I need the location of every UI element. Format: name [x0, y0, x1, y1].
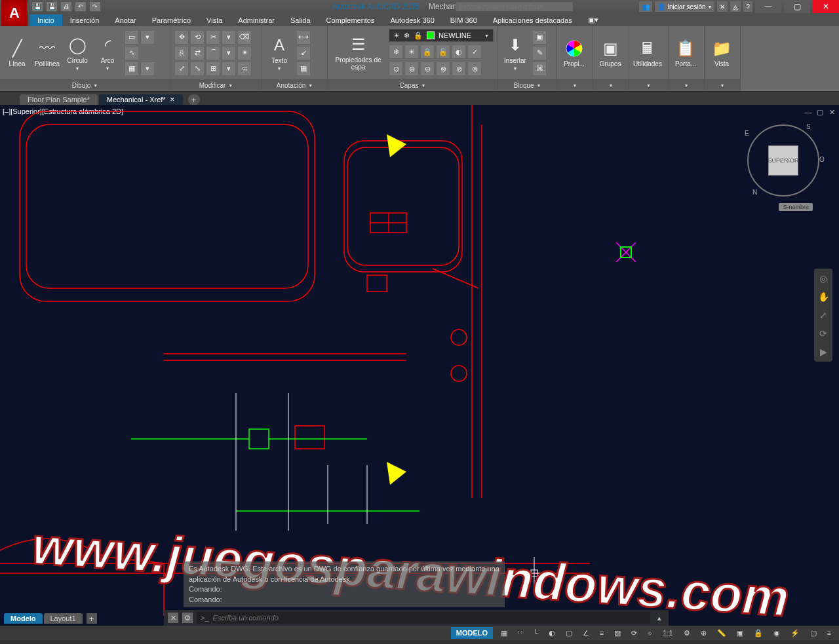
scale-icon[interactable]: ⤡ [190, 62, 205, 76]
zoom-extents-icon[interactable]: ⤢ [816, 308, 830, 322]
panel-clipboard-title[interactable]: ▼ [669, 79, 704, 91]
restore-viewport-icon[interactable]: ▢ [815, 107, 825, 117]
panel-layers-title[interactable]: Capas ▼ [328, 79, 498, 91]
layer-tool-icon[interactable]: ⊖ [420, 62, 435, 76]
isolate-icon[interactable]: ◉ [771, 627, 783, 639]
snap-icon[interactable]: ∷ [515, 627, 525, 639]
panel-utilities-title[interactable]: ▼ [629, 79, 668, 91]
edit-block-icon[interactable]: ✎ [532, 46, 547, 60]
layer-properties-button[interactable]: ☰ Propiedades de capa [332, 34, 385, 71]
text-button[interactable]: A Texto ▼ [266, 35, 292, 71]
arc-button[interactable]: ◜ Arco ▼ [94, 35, 121, 71]
polar-icon[interactable]: ◐ [546, 627, 558, 639]
saveas-icon[interactable]: 💾 [46, 1, 58, 12]
hardware-accel-icon[interactable]: ⚡ [788, 627, 802, 639]
exchange-icon[interactable]: ✕ [717, 1, 728, 12]
leader-icon[interactable]: ↙ [296, 46, 311, 60]
cycle-icon[interactable]: ⟳ [629, 627, 640, 639]
layer-tool-icon[interactable]: ⊕ [404, 62, 419, 76]
tab-bim360[interactable]: BIM 360 [442, 14, 485, 26]
doc-tab[interactable]: Floor Plan Sample* [20, 94, 98, 105]
command-close-icon[interactable]: ✕ [168, 613, 178, 623]
layout-tab-modelo[interactable]: Modelo [4, 613, 43, 624]
dropdown-icon[interactable]: ▾ [222, 30, 236, 45]
layer-combo[interactable]: ☀ ❄ 🔒 NEWLINE ▼ [389, 29, 494, 42]
grid-icon[interactable]: ▦ [498, 627, 510, 639]
annotation-scale-icon[interactable]: ⟐ [645, 627, 655, 639]
layer-tool-icon[interactable]: ◐ [452, 45, 466, 59]
insert-button[interactable]: ⬇ Insertar ▼ [502, 35, 528, 71]
drawing-canvas[interactable]: [–][Superior][Estructura alámbrica 2D] —… [0, 105, 839, 626]
panel-block-title[interactable]: Bloque ▼ [498, 79, 556, 91]
rectangle-icon[interactable]: ▭ [125, 30, 139, 45]
panel-draw-title[interactable]: Dibujo ▼ [0, 79, 170, 91]
application-menu-button[interactable]: A [1, 0, 28, 26]
command-input[interactable] [213, 614, 646, 622]
new-tab-button[interactable]: + [188, 94, 200, 105]
viewcube-dir-s[interactable]: S [806, 123, 811, 130]
tab-insercion[interactable]: Inserción [62, 14, 107, 26]
fillet-icon[interactable]: ⌒ [206, 46, 220, 60]
osnap-icon[interactable]: ▢ [563, 627, 575, 639]
minimize-button[interactable]: — [755, 0, 781, 13]
circle-button[interactable]: ◯ Círculo ▼ [64, 35, 90, 71]
layer-tool-icon[interactable]: ❄ [389, 45, 403, 59]
ortho-icon[interactable]: └ [530, 627, 541, 639]
properties-button[interactable]: Propi... [561, 38, 587, 67]
line-button[interactable]: ╱ Línea [4, 38, 30, 67]
infocenter-collab-icon[interactable]: 👥 [639, 1, 652, 12]
workspace-icon[interactable]: ⚙ [681, 627, 693, 639]
help-icon[interactable]: ? [743, 1, 752, 12]
close-icon[interactable]: ✕ [170, 96, 175, 103]
tab-anotar[interactable]: Anotar [107, 14, 144, 26]
panel-annotation-title[interactable]: Anotación ▼ [262, 79, 327, 91]
spline-icon[interactable]: ∿ [125, 46, 139, 60]
tab-vista[interactable]: Vista [199, 14, 230, 26]
customization-icon[interactable]: ≡ [825, 627, 834, 639]
viewcube-ucs-button[interactable]: S-nombre [779, 203, 813, 211]
trim-icon[interactable]: ✂ [206, 30, 220, 45]
layer-tool-icon[interactable]: ⊚ [467, 62, 482, 76]
viewcube[interactable]: SUPERIOR S O N E [747, 124, 819, 197]
dropdown-icon[interactable]: ▾ [140, 62, 155, 76]
groups-button[interactable]: ▣ Grupos [597, 38, 623, 67]
hatch-icon[interactable]: ▦ [125, 62, 139, 76]
undo-icon[interactable]: ↶ [75, 1, 87, 12]
units-icon[interactable]: 📏 [714, 627, 729, 639]
tab-salida[interactable]: Salida [283, 14, 319, 26]
layout-add-button[interactable]: + [87, 613, 97, 624]
doc-tab[interactable]: Mechanical - Xref*✕ [99, 94, 183, 105]
tab-inicio[interactable]: Inicio [29, 14, 62, 26]
dropdown-icon[interactable]: ▾ [222, 46, 236, 60]
orbit-icon[interactable]: ⟳ [816, 326, 830, 341]
clipboard-button[interactable]: 📋 Porta... [673, 38, 699, 67]
erase-icon[interactable]: ⌫ [237, 30, 252, 45]
annotation-monitor-icon[interactable]: ⊕ [698, 627, 709, 639]
close-viewport-icon[interactable]: ✕ [827, 107, 836, 117]
copy-icon[interactable]: ⎘ [174, 46, 189, 60]
layout-tab-layout1[interactable]: Layout1 [44, 613, 83, 624]
polyline-button[interactable]: 〰 Polilínea [34, 38, 60, 67]
table-icon[interactable]: ▦ [296, 62, 311, 76]
dropdown-icon[interactable]: ▾ [140, 30, 155, 45]
layer-tool-icon[interactable]: 🔒 [420, 45, 435, 59]
tab-administrar[interactable]: Administrar [230, 14, 283, 26]
lineweight-icon[interactable]: ≡ [597, 627, 606, 639]
layer-tool-icon[interactable]: ☀ [404, 45, 419, 59]
command-customize-icon[interactable]: ⚙ [182, 613, 193, 623]
tab-autodesk360[interactable]: Autodesk 360 [383, 14, 442, 26]
create-block-icon[interactable]: ▣ [532, 30, 547, 45]
panel-modify-title[interactable]: Modificar ▼ [170, 79, 262, 91]
otrack-icon[interactable]: ∠ [580, 627, 592, 639]
quick-properties-icon[interactable]: ▣ [734, 627, 746, 639]
viewcube-dir-e[interactable]: E [745, 130, 749, 137]
edit-attr-icon[interactable]: ⌘ [532, 62, 547, 76]
redo-icon[interactable]: ↷ [89, 1, 101, 12]
sign-in-button[interactable]: 👤 Iniciar sesión ▼ [655, 1, 714, 12]
steering-wheel-icon[interactable]: ◎ [816, 271, 830, 286]
panel-properties-title[interactable]: ▼ [557, 79, 593, 91]
plot-icon[interactable]: 🖨 [60, 1, 72, 12]
tab-complementos[interactable]: Complementos [319, 14, 383, 26]
transparency-icon[interactable]: ▨ [612, 627, 623, 639]
stretch-icon[interactable]: ⤢ [174, 62, 189, 76]
